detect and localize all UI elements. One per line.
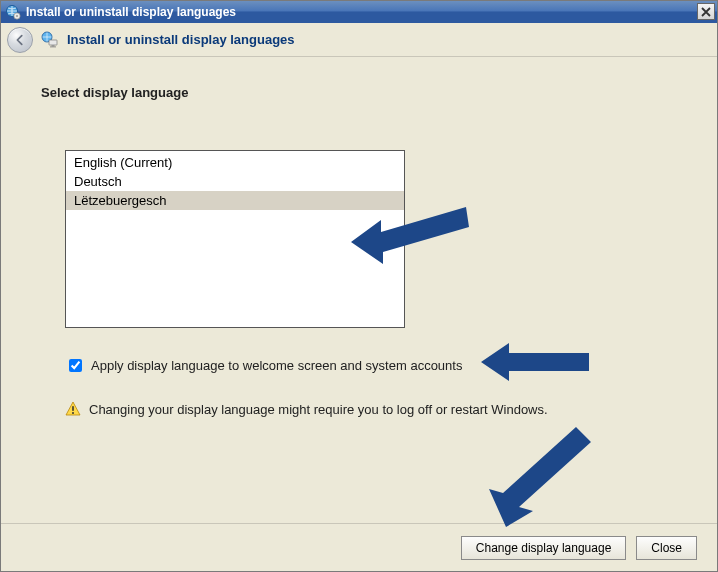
apply-to-welcome-checkbox-row[interactable]: Apply display language to welcome screen… (65, 356, 677, 375)
globe-settings-icon (5, 4, 21, 20)
warning-icon (65, 401, 81, 417)
list-item[interactable]: English (Current) (66, 153, 404, 172)
svg-point-2 (16, 15, 18, 17)
warning-text: Changing your display language might req… (89, 402, 548, 417)
window: Install or uninstall display languages I… (0, 0, 718, 572)
close-button[interactable]: Close (636, 536, 697, 560)
apply-to-welcome-checkbox[interactable] (69, 359, 82, 372)
svg-marker-11 (489, 427, 591, 527)
change-display-language-button[interactable]: Change display language (461, 536, 626, 560)
globe-monitor-icon (41, 31, 59, 49)
list-item[interactable]: Deutsch (66, 172, 404, 191)
wizard-header: Install or uninstall display languages (1, 23, 717, 57)
language-listbox[interactable]: English (Current)DeutschLëtzebuergesch (65, 150, 405, 328)
arrow-annotation-icon (481, 427, 591, 527)
svg-rect-6 (50, 46, 56, 47)
titlebar: Install or uninstall display languages (1, 1, 717, 23)
section-title: Select display language (41, 85, 677, 100)
svg-point-8 (72, 412, 74, 414)
apply-to-welcome-label: Apply display language to welcome screen… (91, 358, 462, 373)
warning-row: Changing your display language might req… (65, 401, 677, 417)
window-close-button[interactable] (697, 3, 715, 20)
svg-rect-4 (49, 40, 57, 45)
list-item[interactable]: Lëtzebuergesch (66, 191, 404, 210)
window-title: Install or uninstall display languages (26, 5, 236, 19)
back-button[interactable] (7, 27, 33, 53)
page-title: Install or uninstall display languages (67, 32, 295, 47)
svg-rect-5 (52, 45, 55, 47)
svg-rect-7 (72, 406, 74, 411)
content-area: Select display language English (Current… (1, 57, 717, 523)
footer: Change display language Close (1, 523, 717, 571)
